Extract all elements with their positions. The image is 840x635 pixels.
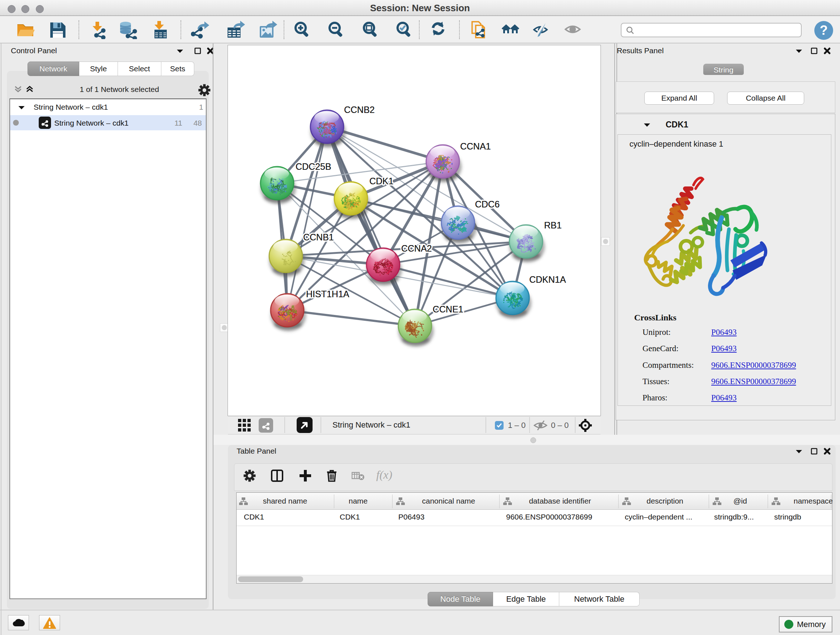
svg-text:CDK1: CDK1 (369, 176, 393, 186)
svg-text:CDC6: CDC6 (475, 199, 500, 209)
svg-text:CCNB2: CCNB2 (344, 105, 375, 115)
svg-text:HIST1H1A: HIST1H1A (306, 289, 349, 299)
svg-text:CCNB1: CCNB1 (303, 232, 334, 242)
svg-text:CCNA2: CCNA2 (401, 243, 432, 253)
svg-text:CDKN1A: CDKN1A (529, 274, 566, 285)
svg-text:CDC25B: CDC25B (295, 162, 332, 172)
svg-text:CCNE1: CCNE1 (433, 304, 463, 314)
svg-text:RB1: RB1 (544, 220, 562, 230)
svg-text:CCNA1: CCNA1 (460, 141, 491, 151)
